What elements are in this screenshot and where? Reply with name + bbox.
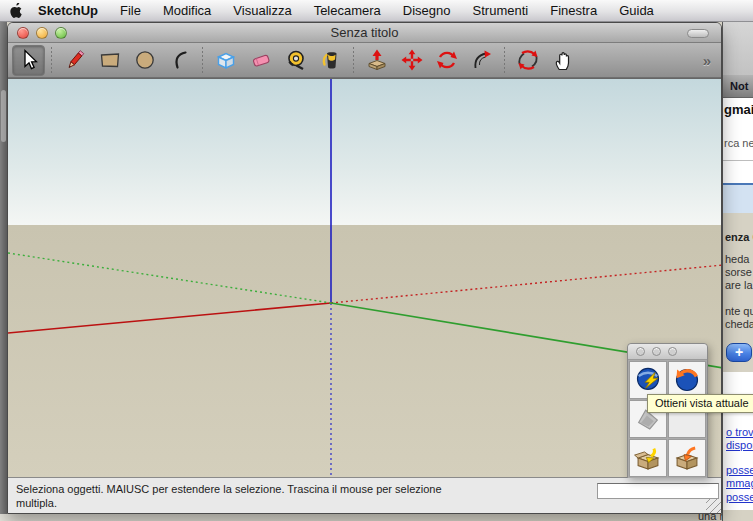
globe-upload-icon	[673, 366, 701, 394]
rotate-icon	[435, 48, 459, 72]
menu-item-strumenti[interactable]: Strumenti	[462, 0, 540, 21]
palette-grid	[628, 360, 707, 478]
browser-highlight-box	[723, 183, 753, 213]
status-bar: Seleziona oggetti. MAIUSC per estendere …	[8, 477, 721, 513]
select-tool-button[interactable]	[12, 45, 45, 76]
browser-link[interactable]: dispon	[726, 439, 753, 451]
toolbar-separator	[202, 47, 203, 73]
window-title: Senza titolo	[8, 25, 721, 40]
menu-item-telecamera[interactable]: Telecamera	[303, 0, 392, 21]
status-message: Seleziona oggetti. MAIUSC per estendere …	[16, 482, 471, 510]
menu-item-file[interactable]: File	[109, 0, 152, 21]
toolbar-separator	[353, 47, 354, 73]
push-pull-tool-button[interactable]	[360, 45, 393, 76]
browser-link[interactable]: o trova	[726, 426, 753, 438]
eraser-icon	[249, 48, 273, 72]
menu-item-sketchup[interactable]: SketchUp	[30, 0, 109, 21]
make-component-tool-button[interactable]	[209, 45, 242, 76]
background-browser-window: Not gmail rca ne enza G heda sorse c are…	[722, 22, 753, 521]
background-window-left-edge	[0, 22, 7, 514]
component-cube-icon	[214, 48, 238, 72]
apple-icon	[8, 3, 22, 19]
traffic-lights	[17, 27, 67, 39]
measurement-input[interactable]	[597, 483, 719, 499]
rotate-tool-button[interactable]	[430, 45, 463, 76]
move-tool-button[interactable]	[395, 45, 428, 76]
red-axis-solid	[8, 303, 331, 333]
pan-hand-icon	[551, 48, 575, 72]
menu-item-modifica[interactable]: Modifica	[152, 0, 222, 21]
menu-item-disegno[interactable]: Disegno	[392, 0, 462, 21]
browser-link[interactable]: posse	[726, 491, 753, 503]
circle-tool-button[interactable]	[128, 45, 161, 76]
toolbar-toggle-button[interactable]	[687, 29, 709, 38]
red-axis-dotted	[331, 265, 721, 303]
box-download-icon	[634, 444, 662, 472]
add-button[interactable]: +	[726, 343, 752, 362]
minimize-button[interactable]	[36, 27, 48, 39]
close-button[interactable]	[17, 27, 29, 39]
follow-me-icon	[470, 48, 494, 72]
tool-bar: »	[8, 43, 721, 78]
browser-link[interactable]: posse	[726, 464, 753, 476]
tape-measure-icon	[284, 48, 308, 72]
paint-bucket-tool-button[interactable]	[314, 45, 347, 76]
arc-tool-button[interactable]	[163, 45, 196, 76]
browser-text-line: nte qu	[725, 305, 753, 317]
share-model-button[interactable]	[668, 439, 706, 477]
logo-text: gmail	[724, 102, 753, 117]
divider	[723, 160, 753, 161]
menu-item-guida[interactable]: Guida	[608, 0, 665, 21]
line-tool-button[interactable]	[58, 45, 91, 76]
browser-footer	[723, 510, 753, 521]
palette-zoom-button[interactable]	[668, 347, 677, 356]
browser-text-line: are la f	[725, 279, 753, 291]
browser-logo-text: gmail	[724, 102, 753, 117]
rectangle-icon	[98, 48, 122, 72]
sketchup-window: Senza titolo	[7, 22, 722, 514]
title-bar[interactable]: Senza titolo	[8, 23, 721, 43]
browser-link[interactable]: mmag	[726, 477, 753, 489]
drawing-canvas[interactable]	[8, 78, 721, 477]
resize-grip[interactable]	[706, 498, 721, 513]
tape-measure-tool-button[interactable]	[279, 45, 312, 76]
browser-text-line: heda	[725, 253, 749, 265]
pencil-icon	[63, 48, 87, 72]
background-page-bottom	[0, 514, 722, 521]
rectangle-tool-button[interactable]	[93, 45, 126, 76]
browser-search-text[interactable]: rca ne	[724, 137, 753, 149]
push-pull-icon	[365, 48, 389, 72]
paint-bucket-icon	[319, 48, 343, 72]
menu-item-finestra[interactable]: Finestra	[539, 0, 608, 21]
axes	[8, 79, 721, 477]
browser-chrome	[723, 22, 753, 75]
circle-icon	[133, 48, 157, 72]
menu-item-visualizza[interactable]: Visualizza	[222, 0, 302, 21]
toolbar-separator	[51, 47, 52, 73]
palette-title-bar[interactable]	[628, 344, 707, 360]
pan-tool-button[interactable]	[546, 45, 579, 76]
tooltip: Ottieni vista attuale	[647, 394, 753, 413]
eraser-tool-button[interactable]	[244, 45, 277, 76]
browser-heading: enza G	[725, 231, 753, 243]
orbit-icon	[516, 48, 540, 72]
apple-menu[interactable]	[0, 3, 30, 19]
green-axis-dotted	[8, 253, 331, 303]
browser-text-line: sorse c	[725, 266, 753, 278]
toolbar-separator	[504, 47, 505, 73]
box-upload-icon	[673, 444, 701, 472]
get-models-button[interactable]	[629, 439, 667, 477]
browser-tab[interactable]: Not	[723, 75, 753, 98]
palette-minimize-button[interactable]	[652, 347, 661, 356]
arc-icon	[168, 48, 192, 72]
zoom-button[interactable]	[55, 27, 67, 39]
select-arrow-icon	[17, 48, 41, 72]
palette-close-button[interactable]	[636, 347, 645, 356]
menu-bar: SketchUp File Modifica Visualizza Teleca…	[0, 0, 753, 22]
toolbar-overflow-icon[interactable]: »	[703, 52, 711, 69]
globe-download-icon	[634, 366, 662, 394]
scrollbar-thumb[interactable]	[1, 90, 6, 142]
move-icon	[400, 48, 424, 72]
follow-me-tool-button[interactable]	[465, 45, 498, 76]
orbit-tool-button[interactable]	[511, 45, 544, 76]
